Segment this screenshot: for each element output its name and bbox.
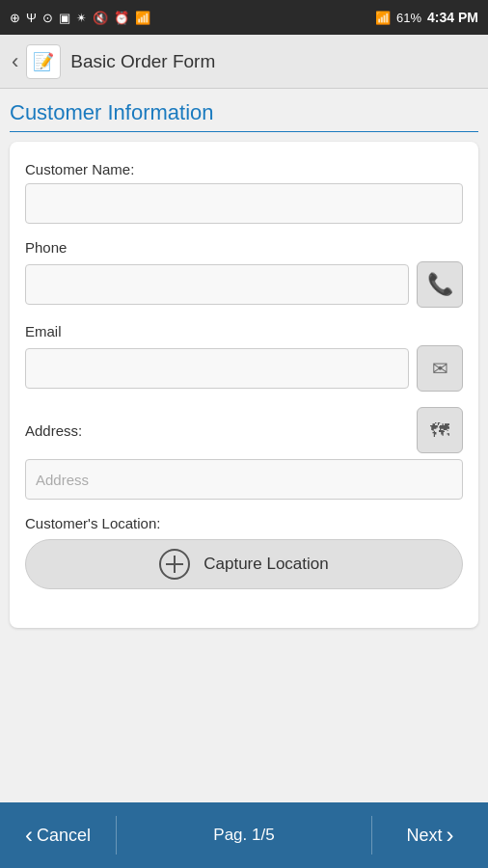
form-card: Customer Name: Phone 📞 Email ✉: [10, 142, 478, 628]
email-icon: ✉: [432, 357, 448, 380]
next-label: Next: [406, 826, 442, 846]
customer-name-group: Customer Name:: [25, 161, 463, 224]
bluetooth-icon: ✴: [76, 11, 87, 25]
customer-name-input[interactable]: [25, 183, 463, 224]
crosshair-icon: [159, 549, 190, 580]
image-icon: ▣: [59, 11, 70, 25]
phone-input-row: 📞: [25, 261, 463, 308]
next-button[interactable]: Next ›: [372, 802, 488, 868]
cancel-arrow-icon: ‹: [25, 822, 33, 849]
mute-icon: 🔇: [93, 11, 108, 25]
alarm-icon: ⏰: [114, 11, 129, 25]
bottom-nav: ‹ Cancel Pag. 1/5 Next ›: [0, 802, 488, 868]
address-input[interactable]: [25, 459, 463, 500]
email-input-row: ✉: [25, 345, 463, 392]
app-title: Basic Order Form: [70, 51, 215, 72]
location-icon: ⊙: [42, 11, 53, 25]
location-group: Customer's Location: Capture Location: [25, 515, 463, 589]
customer-name-label: Customer Name:: [25, 161, 463, 177]
section-title: Customer Information: [10, 100, 478, 132]
phone-dial-button[interactable]: 📞: [417, 261, 463, 308]
map-action-button[interactable]: 🗺: [417, 407, 463, 453]
page-content: Customer Information Customer Name: Phon…: [0, 89, 488, 802]
address-header-row: Address: 🗺: [25, 407, 463, 453]
capture-location-button[interactable]: Capture Location: [25, 539, 463, 589]
app-header: ‹ 📝 Basic Order Form: [0, 35, 488, 89]
status-icons-left: ⊕ Ψ ⊙ ▣ ✴ 🔇 ⏰ 📶: [10, 11, 150, 25]
phone-input[interactable]: [25, 264, 409, 305]
email-input[interactable]: [25, 348, 409, 389]
address-group: Address: 🗺: [25, 407, 463, 500]
status-icons-right: 📶 61% 4:34 PM: [375, 10, 478, 25]
cancel-button[interactable]: ‹ Cancel: [0, 802, 116, 868]
status-bar: ⊕ Ψ ⊙ ▣ ✴ 🔇 ⏰ 📶 📶 61% 4:34 PM: [0, 0, 488, 35]
app-icon-symbol: 📝: [33, 51, 54, 72]
email-action-button[interactable]: ✉: [417, 345, 463, 392]
back-button[interactable]: ‹: [12, 49, 18, 74]
phone-icon: 📞: [427, 272, 453, 297]
cancel-label: Cancel: [37, 826, 91, 846]
signal-icon: 📶: [375, 11, 391, 25]
email-label: Email: [25, 323, 463, 339]
battery-text: 61%: [396, 11, 421, 25]
next-arrow-icon: ›: [447, 822, 454, 849]
capture-location-label: Capture Location: [203, 555, 328, 574]
usb-icon: Ψ: [26, 11, 37, 25]
app-icon: 📝: [26, 44, 61, 79]
phone-label: Phone: [25, 239, 463, 256]
time-display: 4:34 PM: [427, 10, 478, 25]
phone-group: Phone 📞: [25, 239, 463, 308]
page-info: Pag. 1/5: [117, 826, 371, 845]
email-group: Email ✉: [25, 323, 463, 392]
location-label: Customer's Location:: [25, 515, 463, 531]
wifi-icon: 📶: [135, 11, 150, 25]
address-label: Address:: [25, 422, 82, 439]
map-icon: 🗺: [430, 420, 449, 442]
add-icon: ⊕: [10, 11, 20, 25]
